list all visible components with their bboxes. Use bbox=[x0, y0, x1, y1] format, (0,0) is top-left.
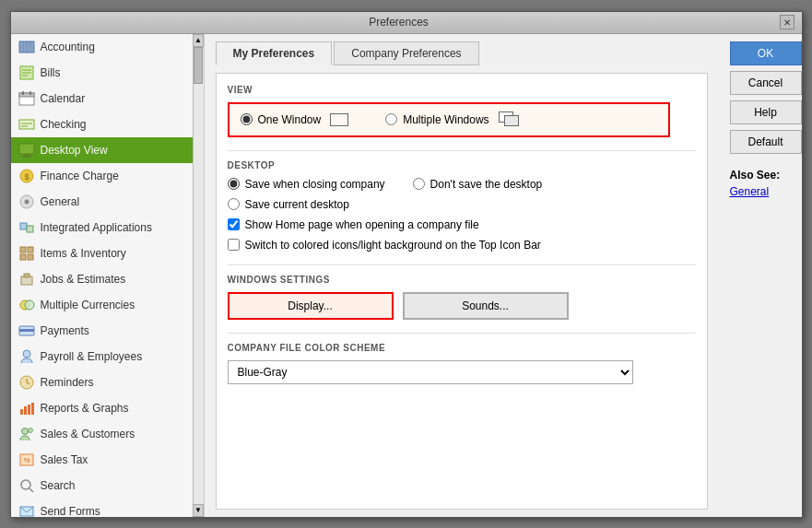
bills-icon bbox=[18, 65, 35, 81]
sidebar-item-payments[interactable]: Payments bbox=[11, 318, 193, 344]
desktop-row-1: Save when closing company Don't save the… bbox=[228, 178, 696, 191]
color-scheme-section: COMPANY FILE COLOR SCHEME Blue-Gray bbox=[228, 343, 696, 384]
multiple-windows-option[interactable]: Multiple Windows bbox=[385, 111, 522, 128]
svg-rect-23 bbox=[27, 226, 33, 232]
multiple-windows-radio[interactable] bbox=[385, 113, 397, 125]
sidebar-label-accounting: Accounting bbox=[41, 41, 95, 53]
divider-1 bbox=[228, 150, 696, 151]
sidebar-item-calendar[interactable]: Calendar bbox=[11, 86, 193, 111]
color-scheme-label: COMPANY FILE COLOR SCHEME bbox=[228, 343, 696, 353]
switch-icons-checkbox[interactable] bbox=[228, 239, 240, 251]
sidebar-item-checking[interactable]: Checking bbox=[11, 111, 193, 137]
send-forms-icon bbox=[18, 503, 35, 517]
sidebar-item-finance[interactable]: $ Finance Charge bbox=[11, 163, 193, 189]
sidebar-item-reminders[interactable]: Reminders bbox=[11, 370, 193, 395]
sidebar-item-currencies[interactable]: Multiple Currencies bbox=[11, 292, 193, 318]
svg-rect-33 bbox=[19, 329, 34, 332]
dont-save-label: Don't save the desktop bbox=[430, 178, 543, 191]
multiple-windows-icon bbox=[499, 111, 523, 128]
search-icon bbox=[18, 477, 35, 494]
show-home-checkbox[interactable] bbox=[228, 218, 240, 230]
sidebar-item-payroll[interactable]: Payroll & Employees bbox=[11, 344, 193, 370]
one-window-label: One Window bbox=[258, 113, 322, 126]
accounting-icon bbox=[18, 39, 35, 55]
sidebar-item-bills[interactable]: Bills bbox=[11, 60, 193, 86]
sidebar-item-general[interactable]: General bbox=[11, 189, 193, 215]
dialog-title: Preferences bbox=[18, 16, 780, 29]
help-button[interactable]: Help bbox=[730, 100, 802, 124]
sounds-button[interactable]: Sounds... bbox=[403, 292, 569, 320]
one-window-option[interactable]: One Window bbox=[241, 113, 349, 126]
dont-save-option[interactable]: Don't save the desktop bbox=[413, 178, 543, 191]
divider-3 bbox=[228, 333, 696, 334]
view-section: VIEW One Window Multiple Windows bbox=[228, 85, 696, 137]
sidebar-item-sales-tax[interactable]: % Sales Tax bbox=[11, 447, 193, 473]
reports-icon bbox=[18, 400, 35, 417]
sidebar-item-search[interactable]: Search bbox=[11, 473, 193, 499]
also-see: Also See: General bbox=[730, 169, 802, 198]
color-scheme-select[interactable]: Blue-Gray bbox=[228, 360, 633, 384]
desktop-section: DESKTOP Save when closing company Don't … bbox=[228, 160, 696, 252]
dont-save-radio[interactable] bbox=[413, 178, 425, 190]
display-button[interactable]: Display... bbox=[228, 292, 394, 320]
ok-button[interactable]: OK bbox=[730, 41, 802, 65]
tab-company-preferences-label: Company Preferences bbox=[351, 47, 461, 60]
scroll-thumb[interactable] bbox=[194, 47, 203, 84]
svg-rect-27 bbox=[28, 254, 33, 260]
sidebar-label-currencies: Multiple Currencies bbox=[41, 299, 135, 311]
sidebar-item-desktop-view[interactable]: Desktop View bbox=[11, 137, 193, 163]
sidebar-label-reports: Reports & Graphs bbox=[41, 402, 129, 415]
svg-point-31 bbox=[25, 300, 34, 310]
show-home-label: Show Home page when opening a company fi… bbox=[245, 218, 479, 231]
calendar-icon bbox=[18, 90, 35, 107]
sidebar-item-jobs[interactable]: Jobs & Estimates bbox=[11, 266, 193, 292]
right-buttons: OK Cancel Help Default Also See: General bbox=[719, 34, 802, 517]
payments-icon bbox=[18, 323, 35, 339]
sidebar-label-general: General bbox=[41, 195, 80, 208]
sidebar-item-sales-customers[interactable]: Sales & Customers bbox=[11, 421, 193, 447]
svg-text:%: % bbox=[23, 456, 29, 464]
sales-customers-icon bbox=[18, 426, 35, 442]
default-button[interactable]: Default bbox=[730, 130, 802, 154]
sidebar-label-payments: Payments bbox=[41, 324, 89, 337]
scroll-down-button[interactable]: ▼ bbox=[193, 504, 204, 517]
sidebar-item-items[interactable]: Items & Inventory bbox=[11, 241, 193, 266]
scroll-track bbox=[194, 47, 204, 504]
save-closing-option[interactable]: Save when closing company bbox=[228, 178, 385, 191]
svg-rect-41 bbox=[31, 403, 34, 415]
svg-line-47 bbox=[29, 488, 33, 492]
windows-settings-section: WINDOWS SETTINGS Display... Sounds... bbox=[228, 275, 696, 320]
sidebar-item-send-forms[interactable]: Send Forms bbox=[11, 499, 193, 517]
settings-buttons: Display... Sounds... bbox=[228, 292, 696, 320]
tab-my-preferences[interactable]: My Preferences bbox=[216, 41, 333, 65]
sidebar-label-integrated: Integrated Applications bbox=[41, 221, 152, 234]
tab-company-preferences[interactable]: Company Preferences bbox=[334, 41, 478, 65]
svg-rect-39 bbox=[24, 406, 27, 415]
svg-rect-24 bbox=[20, 247, 26, 252]
svg-rect-38 bbox=[20, 409, 23, 415]
svg-rect-26 bbox=[20, 254, 26, 260]
sidebar-item-accounting[interactable]: Accounting bbox=[11, 34, 193, 60]
switch-icons-option[interactable]: Switch to colored icons/light background… bbox=[228, 239, 696, 252]
sidebar-item-integrated[interactable]: Integrated Applications bbox=[11, 215, 193, 241]
show-home-option[interactable]: Show Home page when opening a company fi… bbox=[228, 218, 696, 231]
svg-point-21 bbox=[24, 199, 29, 204]
view-options: One Window Multiple Windows bbox=[228, 102, 670, 137]
one-window-radio[interactable] bbox=[241, 113, 253, 125]
save-closing-radio[interactable] bbox=[228, 178, 240, 190]
scroll-up-button[interactable]: ▲ bbox=[193, 34, 204, 47]
integrated-icon bbox=[18, 219, 35, 236]
sidebar-scrollbar[interactable]: ▲ ▼ bbox=[193, 34, 204, 517]
tab-content: VIEW One Window Multiple Windows bbox=[216, 73, 708, 510]
svg-text:$: $ bbox=[24, 172, 29, 182]
windows-settings-label: WINDOWS SETTINGS bbox=[228, 275, 696, 285]
sidebar-item-reports[interactable]: Reports & Graphs bbox=[11, 395, 193, 421]
save-current-option[interactable]: Save current desktop bbox=[228, 198, 696, 211]
also-see-general-link[interactable]: General bbox=[730, 185, 802, 198]
cancel-button[interactable]: Cancel bbox=[730, 71, 802, 95]
close-button[interactable]: ✕ bbox=[780, 15, 794, 29]
sidebar-scroll-area: Accounting Bills Calendar bbox=[11, 34, 204, 517]
save-current-radio[interactable] bbox=[228, 198, 240, 210]
sidebar-label-reminders: Reminders bbox=[41, 376, 94, 389]
sidebar-label-search: Search bbox=[41, 479, 76, 492]
